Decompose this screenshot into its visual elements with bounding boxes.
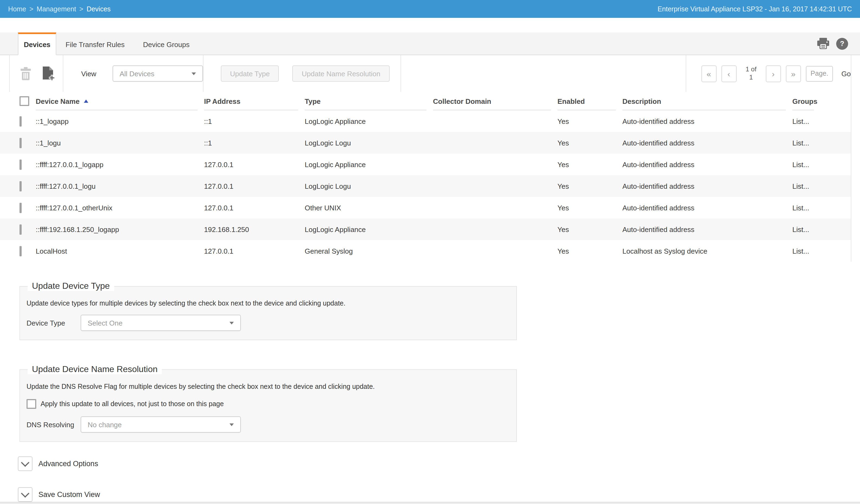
- device-type-select[interactable]: Select One: [81, 315, 241, 331]
- update-device-type-title: Update Device Type: [28, 281, 114, 291]
- print-icon[interactable]: [817, 38, 829, 49]
- toolbar: View All Devices Update Type Update Name…: [0, 55, 851, 92]
- cell-enabled: Yes: [557, 160, 622, 168]
- column-header-description[interactable]: Description: [622, 92, 792, 110]
- cell-groups-link[interactable]: List...: [792, 139, 836, 147]
- row-checkbox[interactable]: [19, 116, 22, 126]
- cell-groups-link[interactable]: List...: [792, 182, 836, 190]
- table-row: ::ffff:192.168.1.250_logapp 192.168.1.25…: [0, 219, 851, 240]
- select-all-cell: [19, 92, 36, 110]
- save-custom-view-section: Save Custom View: [18, 487, 860, 502]
- column-header-ip-address[interactable]: IP Address: [204, 92, 305, 110]
- row-checkbox[interactable]: [19, 159, 22, 169]
- cell-groups-link[interactable]: List...: [792, 204, 836, 212]
- cell-device-name: LocalHost: [36, 247, 204, 255]
- breadcrumb-separator: >: [29, 5, 33, 13]
- cell-enabled: Yes: [557, 182, 622, 190]
- next-page-button[interactable]: ›: [765, 65, 781, 82]
- cell-description: Localhost as Syslog device: [622, 247, 792, 255]
- apply-to-all-devices-label: Apply this update to all devices, not ju…: [41, 400, 224, 408]
- cell-ip-address: 127.0.0.1: [204, 182, 305, 190]
- chevron-down-icon: [21, 489, 29, 497]
- column-header-collector-domain[interactable]: Collector Domain: [433, 92, 557, 110]
- select-all-checkbox[interactable]: [19, 96, 29, 106]
- toolbar-view-group: View All Devices: [63, 55, 203, 92]
- cell-device-name: ::ffff:127.0.0.1_logu: [36, 182, 204, 190]
- pagination: « ‹ 1 of1 › » Go: [686, 55, 851, 92]
- table-row: ::ffff:127.0.0.1_logapp 127.0.0.1 LogLog…: [0, 153, 851, 175]
- breadcrumb-home[interactable]: Home: [8, 5, 26, 13]
- table-row: ::1_logapp ::1 LogLogic Appliance Yes Au…: [0, 110, 851, 132]
- previous-page-button[interactable]: ‹: [721, 65, 736, 82]
- cell-groups-link[interactable]: List...: [792, 247, 836, 255]
- cell-description: Auto-identified address: [622, 117, 792, 125]
- update-name-resolution-button[interactable]: Update Name Resolution: [292, 65, 390, 81]
- page-status: 1 of1: [741, 65, 761, 81]
- dns-resolving-select[interactable]: No change: [81, 416, 241, 433]
- toolbar-icon-group: [9, 55, 63, 92]
- page: Home > Management > Devices Enterprise V…: [0, 0, 860, 504]
- view-select[interactable]: All Devices: [113, 65, 203, 81]
- cell-description: Auto-identified address: [622, 225, 792, 233]
- cell-ip-address: ::1: [204, 117, 305, 125]
- update-type-button[interactable]: Update Type: [221, 65, 279, 81]
- cell-type: LogLogic Logu: [305, 139, 433, 147]
- cell-device-name: ::ffff:192.168.1.250_logapp: [36, 225, 204, 233]
- cell-device-name: ::ffff:127.0.0.1_logapp: [36, 160, 204, 168]
- cell-enabled: Yes: [557, 204, 622, 212]
- table-row: ::ffff:127.0.0.1_otherUnix 127.0.0.1 Oth…: [0, 197, 851, 219]
- last-page-button[interactable]: »: [786, 65, 801, 82]
- cell-type: LogLogic Appliance: [305, 117, 433, 125]
- help-icon[interactable]: ?: [836, 38, 848, 49]
- column-header-enabled[interactable]: Enabled: [557, 92, 622, 110]
- cell-type: Other UNIX: [305, 204, 433, 212]
- cell-enabled: Yes: [557, 225, 622, 233]
- chevron-down-icon: [191, 72, 196, 75]
- tab-device-groups[interactable]: Device Groups: [134, 32, 199, 55]
- table-row: ::1_logu ::1 LogLogic Logu Yes Auto-iden…: [0, 132, 851, 153]
- cell-groups-link[interactable]: List...: [792, 160, 836, 168]
- tab-file-transfer-rules[interactable]: File Transfer Rules: [56, 32, 134, 55]
- cell-type: LogLogic Logu: [305, 182, 433, 190]
- cell-device-name: ::1_logapp: [36, 117, 204, 125]
- table-row: LocalHost 127.0.0.1 General Syslog Yes L…: [0, 240, 851, 262]
- update-device-name-resolution-title: Update Device Name Resolution: [28, 365, 162, 374]
- cell-device-name: ::1_logu: [36, 139, 204, 147]
- breadcrumb-separator: >: [79, 5, 83, 13]
- cell-type: LogLogic Appliance: [305, 225, 433, 233]
- update-device-type-section: Update Device Type Update device types f…: [19, 281, 517, 340]
- update-device-name-resolution-description: Update the DNS Resolve Flag for multiple…: [27, 383, 510, 390]
- toolbar-spacer: [401, 55, 686, 92]
- tab-devices[interactable]: Devices: [18, 32, 56, 55]
- advanced-options-expand-button[interactable]: [18, 456, 32, 471]
- cell-groups-link[interactable]: List...: [792, 225, 836, 233]
- cell-enabled: Yes: [557, 247, 622, 255]
- page-number-input[interactable]: [806, 66, 833, 81]
- add-device-icon[interactable]: [42, 66, 55, 81]
- save-custom-view-expand-button[interactable]: [18, 487, 32, 502]
- row-checkbox[interactable]: [19, 138, 22, 148]
- row-checkbox[interactable]: [19, 224, 22, 234]
- chevron-down-icon: [21, 458, 29, 466]
- column-header-groups[interactable]: Groups: [792, 92, 836, 110]
- first-page-button[interactable]: «: [701, 65, 716, 82]
- view-select-value: All Devices: [119, 70, 155, 78]
- delete-device-icon[interactable]: [20, 67, 31, 80]
- cell-enabled: Yes: [557, 117, 622, 125]
- column-header-device-name[interactable]: Device Name: [36, 92, 204, 110]
- cell-description: Auto-identified address: [622, 160, 792, 168]
- row-checkbox[interactable]: [19, 181, 22, 191]
- row-checkbox[interactable]: [19, 203, 22, 213]
- device-table: Device Name IP Address Type Collector Do…: [0, 92, 851, 262]
- cell-enabled: Yes: [557, 139, 622, 147]
- cell-groups-link[interactable]: List...: [792, 117, 836, 125]
- row-checkbox[interactable]: [19, 246, 22, 256]
- column-header-type[interactable]: Type: [305, 92, 433, 110]
- toolbar-button-group: Update Type Update Name Resolution: [203, 55, 401, 92]
- apply-to-all-devices-checkbox[interactable]: [27, 399, 36, 409]
- breadcrumb-management[interactable]: Management: [37, 5, 76, 13]
- cell-description: Auto-identified address: [622, 182, 792, 190]
- advanced-options-section: Advanced Options: [18, 456, 860, 471]
- chevron-down-icon: [229, 322, 234, 324]
- go-button[interactable]: Go: [841, 70, 851, 78]
